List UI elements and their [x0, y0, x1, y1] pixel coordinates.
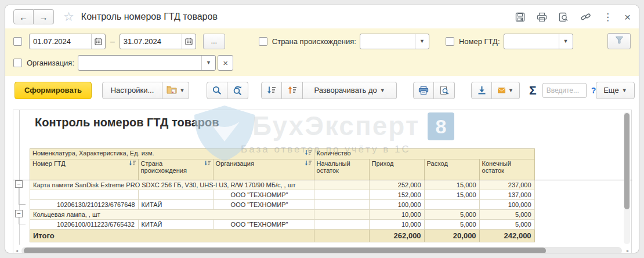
- save-report-button[interactable]: [471, 82, 492, 99]
- link-icon[interactable]: [580, 12, 591, 22]
- table-row[interactable]: 10206130/210123/6767648 КИТАЙ ООО "ТЕХНО…: [30, 200, 535, 210]
- print-icon[interactable]: [537, 12, 547, 22]
- report-title: Контроль номеров ГТД товаров: [35, 116, 219, 129]
- preview-icon[interactable]: [559, 12, 569, 22]
- gtd-checkbox[interactable]: [446, 37, 454, 46]
- sort-icon: [305, 160, 312, 166]
- watermark-brand: БухЭксперт: [252, 110, 419, 141]
- column-header-expense[interactable]: Расход: [424, 159, 479, 180]
- sigma-button[interactable]: Σ: [529, 83, 537, 97]
- calendar-icon[interactable]: [182, 34, 196, 49]
- group-expander-2[interactable]: −: [15, 210, 23, 217]
- page-title: Контроль номеров ГТД товаров: [81, 12, 218, 22]
- header-quantity[interactable]: Количество: [314, 149, 534, 159]
- forward-button[interactable]: →: [34, 9, 54, 24]
- search-button[interactable]: [207, 82, 227, 99]
- collapse-rows-button[interactable]: [282, 82, 303, 99]
- vertical-scrollbar[interactable]: [624, 112, 630, 244]
- envelope-icon: [498, 87, 505, 94]
- filter-settings-button[interactable]: [607, 33, 631, 49]
- column-header-country[interactable]: Страна происхождения: [138, 159, 213, 180]
- report-toolbar: Сформировать Настройки... ▼: [5, 76, 639, 104]
- search-next-button[interactable]: [227, 82, 248, 99]
- column-header-gtd[interactable]: Номер ГТД: [30, 159, 139, 180]
- vertical-scrollbar-thumb[interactable]: [624, 113, 629, 209]
- column-header-income[interactable]: Приход: [369, 159, 424, 180]
- settings-button[interactable]: Настройки...: [102, 82, 162, 99]
- print-report-button[interactable]: [413, 82, 434, 99]
- period-checkbox[interactable]: [13, 37, 22, 46]
- more-menu-icon[interactable]: ⋮: [603, 12, 613, 22]
- title-bar: ← → ☆ Контроль номеров ГТД товаров ⋮ ×: [5, 5, 639, 28]
- more-actions-button[interactable]: Еще▼: [596, 82, 634, 99]
- country-select[interactable]: ▼: [360, 34, 429, 49]
- table-row[interactable]: 10206100/011223/6765432 КИТАЙ ООО "ТЕХНО…: [30, 220, 535, 230]
- group-expander-1[interactable]: −: [15, 180, 23, 188]
- close-icon[interactable]: ×: [624, 12, 631, 23]
- gtd-label: Номер ГТД:: [459, 37, 500, 46]
- chevron-down-icon[interactable]: ▼: [415, 34, 429, 49]
- search-icon: [212, 86, 222, 95]
- column-header-opening[interactable]: Начальный остаток: [314, 159, 369, 180]
- org-input[interactable]: [78, 59, 201, 67]
- save-icon[interactable]: [515, 12, 525, 22]
- org-clear-button[interactable]: ×: [218, 55, 233, 71]
- org-select[interactable]: ▼: [78, 55, 216, 71]
- column-header-closing[interactable]: Конечный остаток: [479, 159, 534, 180]
- date-to-field[interactable]: [120, 34, 196, 49]
- gtd-select[interactable]: ▼: [504, 34, 573, 49]
- period-dash: –: [110, 37, 115, 46]
- collapse-list-icon: [288, 86, 297, 95]
- country-input[interactable]: [360, 37, 415, 46]
- tree-line: [19, 224, 26, 224]
- chevron-down-icon[interactable]: ▼: [201, 56, 215, 70]
- horizontal-scrollbar-thumb[interactable]: [24, 248, 546, 253]
- report-area: Контроль номеров ГТД товаров − − Номенкл…: [13, 110, 632, 253]
- report-variant-folder-icon: [167, 85, 177, 96]
- tree-line: [19, 188, 19, 205]
- date-from-field[interactable]: [29, 34, 106, 49]
- chevron-down-icon[interactable]: ▼: [559, 34, 573, 49]
- preview-page-icon: [440, 86, 449, 95]
- country-label: Страна происхождения:: [272, 37, 356, 46]
- app-window: ← → ☆ Контроль номеров ГТД товаров ⋮ ×: [5, 5, 639, 253]
- column-header-org[interactable]: Организация: [213, 159, 314, 180]
- sort-icon: [204, 160, 211, 166]
- generate-button[interactable]: Сформировать: [15, 82, 92, 99]
- report-table: Номенклатура, Характеристика, Ед. изм. К…: [30, 148, 535, 242]
- period-more-button[interactable]: ...: [203, 34, 225, 49]
- table-row-group[interactable]: Карта памяти SanDisk Extreme PRO SDXC 25…: [30, 180, 535, 190]
- sort-icon: [305, 150, 312, 156]
- date-from-input[interactable]: [30, 37, 91, 46]
- report-variants-button[interactable]: ▼: [162, 82, 189, 99]
- calendar-icon[interactable]: [91, 34, 105, 49]
- header-nomenclature[interactable]: Номенклатура, Характеристика, Ед. изм.: [30, 149, 314, 159]
- date-to-input[interactable]: [120, 37, 182, 46]
- grouping-gutter-line: [19, 110, 20, 245]
- expand-list-icon: [267, 86, 276, 95]
- expand-rows-button[interactable]: [261, 82, 282, 99]
- funnel-icon: [615, 36, 624, 46]
- email-button[interactable]: ▼: [492, 82, 520, 99]
- filter-panel: – ... Страна происхождения: ▼ Номер ГТД:…: [5, 28, 639, 76]
- table-row[interactable]: ООО "ТЕХНОМИР" 152,000 15,000 137,000: [30, 190, 535, 200]
- quick-search-input[interactable]: [542, 83, 587, 98]
- download-icon: [477, 86, 486, 95]
- preview-report-button[interactable]: [434, 82, 455, 99]
- gtd-input[interactable]: [504, 37, 559, 46]
- search-repeat-icon: [233, 86, 243, 95]
- org-checkbox[interactable]: [13, 59, 22, 67]
- scroll-right-arrow[interactable]: ▸: [627, 248, 629, 253]
- table-row-total[interactable]: Итого 262,000 20,000 242,000: [30, 230, 535, 242]
- tree-line: [19, 204, 26, 205]
- scroll-left-arrow[interactable]: ◂: [16, 248, 18, 253]
- favorite-star-icon[interactable]: ☆: [63, 10, 74, 24]
- help-icon[interactable]: ?: [591, 86, 596, 95]
- back-button[interactable]: ←: [13, 9, 34, 24]
- horizontal-scrollbar[interactable]: [21, 247, 622, 253]
- expand-to-button[interactable]: Разворачивать до▼: [303, 82, 397, 99]
- watermark-badge: 8: [428, 112, 454, 140]
- printer-icon: [418, 86, 429, 95]
- table-row-group[interactable]: Кольцевая лампа, , шт 10,000 5,000 5,000: [30, 210, 535, 220]
- country-checkbox[interactable]: [259, 37, 267, 46]
